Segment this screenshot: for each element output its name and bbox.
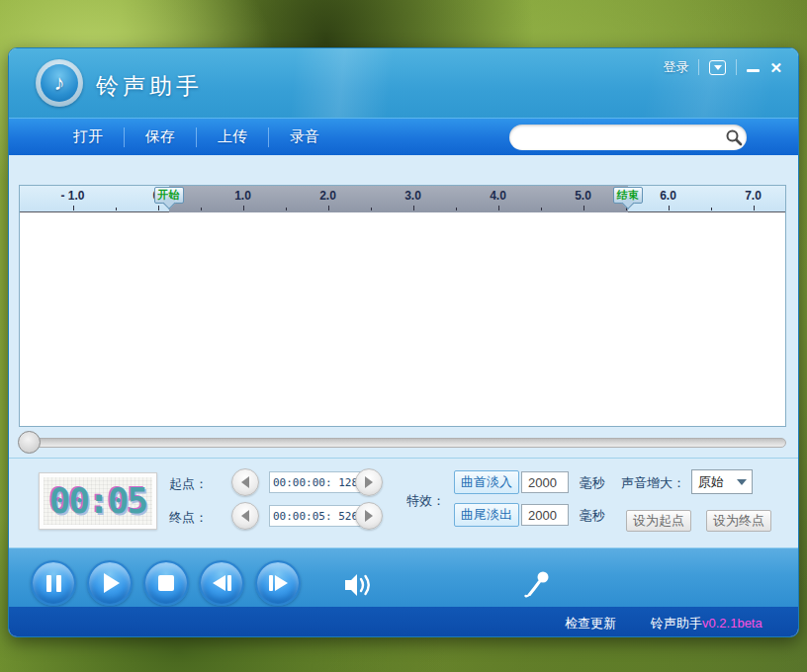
ruler-tick — [73, 206, 74, 210]
ruler-tick-label: 1.0 — [234, 189, 251, 203]
toolbar-menu: 打开 保存 上传 录音 — [52, 122, 340, 152]
ms-unit-label: 毫秒 — [580, 507, 605, 525]
login-link[interactable]: 登录 — [663, 58, 688, 76]
skin-dropdown-icon[interactable] — [709, 60, 726, 75]
volume-boost-value: 原始 — [692, 473, 737, 491]
app-title: 铃声助手 — [96, 71, 203, 102]
status-bar: 检查更新 铃声助手v0.2.1beta — [9, 607, 798, 637]
waveform-panel: 开始 结束 - 1.00.1.02.03.04.05.06.07.0 — [19, 185, 786, 427]
volume-boost-select[interactable]: 原始 — [691, 469, 753, 494]
record-button[interactable]: 录音 — [269, 122, 340, 152]
pause-button[interactable] — [31, 560, 76, 606]
speaker-icon[interactable] — [341, 568, 375, 602]
waveform-area[interactable] — [20, 212, 785, 426]
titlebar: ♪ 铃声助手 登录 ✕ — [9, 48, 798, 118]
play-icon — [104, 573, 120, 593]
ruler-tick-label: 5.0 — [575, 189, 591, 203]
ruler-tick — [754, 206, 755, 210]
ruler-minor-tick — [541, 208, 542, 210]
end-point-label: 终点： — [169, 509, 208, 527]
waveform-scrollbar-thumb[interactable] — [18, 431, 41, 454]
step-back-button[interactable] — [199, 560, 244, 606]
ruler-tick — [413, 206, 414, 210]
ruler-tick-label: 4.0 — [490, 189, 506, 203]
open-button[interactable]: 打开 — [52, 122, 124, 152]
version-label: 铃声助手v0.2.1beta — [651, 615, 762, 632]
ruler-tick — [243, 206, 244, 210]
ruler-tick-label: 7.0 — [745, 189, 762, 203]
start-time-field[interactable] — [269, 471, 362, 493]
toolbar: 打开 保存 上传 录音 — [9, 118, 798, 155]
set-start-button[interactable]: 设为起点 — [626, 510, 691, 532]
end-increment-button[interactable] — [355, 502, 383, 530]
ruler-minor-tick — [116, 208, 117, 210]
save-button[interactable]: 保存 — [125, 122, 196, 152]
stop-button[interactable] — [143, 560, 189, 606]
fade-out-ms-input[interactable] — [521, 504, 569, 526]
chevron-down-icon — [737, 479, 747, 485]
start-marker-label: 开始 — [158, 189, 180, 201]
titlebar-divider — [698, 59, 699, 75]
arrow-right-icon — [365, 510, 373, 522]
ruler-tick — [583, 206, 584, 210]
time-display: 00:05 — [39, 472, 157, 530]
upload-button[interactable]: 上传 — [197, 122, 268, 152]
arrow-left-icon — [241, 510, 249, 522]
ruler-minor-tick — [286, 208, 287, 210]
set-end-button[interactable]: 设为终点 — [706, 510, 771, 532]
ruler-tick-label: 6.0 — [660, 189, 676, 203]
music-note-icon: ♪ — [41, 64, 78, 102]
lcd-screen: 00:05 — [44, 477, 152, 525]
end-time-field[interactable] — [269, 505, 362, 527]
ms-unit-label: 毫秒 — [580, 474, 605, 492]
desktop-background: ♪ 铃声助手 登录 ✕ 打开 保存 上传 录音 — [0, 0, 807, 672]
step-back-icon — [213, 575, 231, 591]
ruler-tick — [158, 206, 159, 210]
ruler-tick — [328, 206, 329, 210]
arrow-right-icon — [365, 476, 373, 488]
app-window: ♪ 铃声助手 登录 ✕ 打开 保存 上传 录音 — [8, 47, 799, 637]
ruler-tick-label: 2.0 — [319, 189, 336, 203]
fade-out-button[interactable]: 曲尾淡出 — [454, 503, 519, 527]
time-display-value: 00:05 — [49, 483, 146, 519]
arrow-left-icon — [241, 476, 249, 488]
pause-icon — [46, 575, 61, 592]
start-marker-flag[interactable]: 开始 — [154, 187, 184, 204]
stop-icon — [158, 575, 174, 591]
end-marker-label: 结束 — [617, 189, 639, 201]
version-app-name: 铃声助手 — [651, 616, 702, 630]
check-update-link[interactable]: 检查更新 — [565, 615, 616, 632]
end-decrement-button[interactable] — [231, 502, 259, 530]
version-number: v0.2.1beta — [702, 616, 762, 630]
microphone-icon[interactable] — [521, 568, 555, 602]
ruler-tick — [669, 206, 670, 210]
start-increment-button[interactable] — [355, 468, 383, 496]
app-logo: ♪ — [36, 59, 83, 107]
effects-label: 特效： — [406, 492, 445, 510]
ruler-minor-tick — [201, 208, 202, 210]
timeline-ruler[interactable]: 开始 结束 - 1.00.1.02.03.04.05.06.07.0 — [20, 186, 785, 212]
volume-boost-label: 声音增大： — [621, 474, 685, 492]
search-icon[interactable] — [721, 125, 747, 150]
fade-in-button[interactable]: 曲首淡入 — [454, 470, 519, 494]
play-button[interactable] — [87, 560, 133, 606]
ruler-tick-label: 3.0 — [404, 189, 421, 203]
ruler-tick-label: - 1.0 — [60, 189, 84, 203]
ruler-minor-tick — [456, 208, 457, 210]
titlebar-divider — [736, 59, 737, 75]
start-point-label: 起点： — [169, 475, 208, 493]
end-marker-flag[interactable]: 结束 — [613, 187, 643, 204]
ruler-minor-tick — [371, 208, 372, 210]
ruler-minor-tick — [711, 208, 712, 210]
step-forward-button[interactable] — [255, 560, 301, 606]
minimize-icon[interactable] — [747, 60, 760, 75]
panel-separator — [9, 458, 798, 459]
waveform-scrollbar[interactable] — [19, 438, 786, 448]
start-decrement-button[interactable] — [231, 468, 259, 496]
playback-bar — [9, 547, 798, 607]
close-icon[interactable]: ✕ — [769, 60, 782, 75]
fade-in-ms-input[interactable] — [521, 471, 569, 493]
ruler-tick — [498, 206, 499, 210]
search-input[interactable] — [509, 130, 721, 145]
step-forward-icon — [269, 575, 288, 591]
